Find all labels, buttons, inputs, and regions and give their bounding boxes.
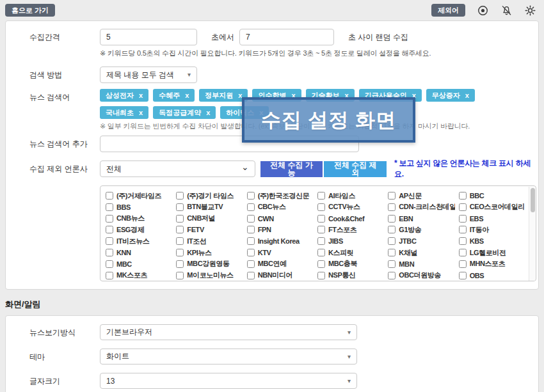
- checkbox-icon[interactable]: [459, 272, 467, 279]
- keyword-remove-x-icon[interactable]: x: [465, 91, 469, 99]
- checkbox-icon[interactable]: [388, 272, 396, 279]
- keyword-tag[interactable]: 정부지원 x: [199, 89, 248, 102]
- media-outlet-item[interactable]: Cook&Chef: [317, 213, 384, 224]
- checkbox-icon[interactable]: [106, 226, 113, 233]
- checkbox-icon[interactable]: [317, 237, 325, 245]
- font-size-select[interactable]: 13: [100, 373, 357, 389]
- checkbox-icon[interactable]: [459, 192, 467, 200]
- media-outlet-item[interactable]: CBC뉴스: [247, 201, 314, 213]
- keyword-remove-x-icon[interactable]: x: [185, 91, 189, 99]
- interval-to-input[interactable]: [239, 29, 334, 45]
- keyword-remove-x-icon[interactable]: x: [139, 91, 143, 99]
- home-button[interactable]: 홈으로 가기: [5, 4, 55, 17]
- media-outlet-item[interactable]: KPI뉴스: [176, 247, 243, 258]
- media-outlet-item[interactable]: KTV: [247, 247, 314, 258]
- media-outlet-item[interactable]: IT조선: [176, 235, 243, 247]
- exclude-words-button[interactable]: 제외어: [431, 4, 465, 17]
- media-outlet-item[interactable]: MBN: [388, 258, 454, 270]
- checkbox-icon[interactable]: [247, 203, 255, 211]
- media-outlet-item[interactable]: (주)경기 타임스: [176, 190, 243, 201]
- enable-all-button[interactable]: 전체 수집 가능: [260, 161, 323, 177]
- media-outlet-item[interactable]: CEO스코어데일리: [459, 201, 525, 213]
- checkbox-icon[interactable]: [106, 272, 113, 279]
- checkbox-icon[interactable]: [388, 237, 396, 245]
- checkbox-icon[interactable]: [317, 249, 325, 256]
- checkbox-icon[interactable]: [317, 272, 325, 279]
- checkbox-icon[interactable]: [247, 192, 255, 200]
- checkbox-icon[interactable]: [388, 203, 396, 211]
- checkbox-icon[interactable]: [459, 215, 467, 223]
- media-outlet-item[interactable]: EBS: [459, 213, 525, 224]
- media-outlet-item[interactable]: MHN스포츠: [459, 258, 525, 270]
- checkbox-icon[interactable]: [459, 260, 467, 268]
- checkbox-icon[interactable]: [317, 226, 325, 233]
- media-outlet-item[interactable]: BBC: [459, 190, 525, 201]
- checkbox-icon[interactable]: [106, 260, 113, 268]
- keyword-remove-x-icon[interactable]: x: [206, 109, 210, 116]
- media-outlet-item[interactable]: NBN미디어: [247, 270, 314, 281]
- media-outlet-item[interactable]: MK스포츠: [106, 270, 172, 281]
- checkbox-icon[interactable]: [106, 249, 113, 256]
- media-outlet-item[interactable]: (주)거제타임즈: [106, 190, 172, 201]
- media-outlet-item[interactable]: FPN: [247, 224, 314, 236]
- interval-from-input[interactable]: [100, 29, 197, 45]
- checkbox-icon[interactable]: [106, 192, 113, 200]
- checkbox-icon[interactable]: [459, 249, 467, 256]
- checkbox-icon[interactable]: [106, 237, 113, 245]
- media-outlet-item[interactable]: LG헬로비전: [459, 247, 525, 258]
- exclude-all-button[interactable]: 전체 수집 제외: [324, 161, 387, 177]
- checkbox-icon[interactable]: [247, 272, 255, 279]
- media-outlet-item[interactable]: CNB저널: [176, 213, 243, 224]
- checkbox-icon[interactable]: [247, 215, 255, 223]
- keyword-tag[interactable]: 무상증자 x: [426, 89, 475, 102]
- checkbox-icon[interactable]: [388, 192, 396, 200]
- media-outlet-item[interactable]: BTN불교TV: [176, 201, 243, 213]
- media-outlet-item[interactable]: MBC: [106, 258, 172, 270]
- keyword-tag[interactable]: 수혜주 x: [153, 89, 195, 102]
- media-outlet-item[interactable]: ESG경제: [106, 224, 172, 236]
- checkbox-icon[interactable]: [176, 237, 184, 245]
- media-outlet-item[interactable]: CDN-크리스천데일리: [388, 201, 454, 213]
- exclude-media-select[interactable]: 전체: [100, 161, 255, 177]
- checkbox-icon[interactable]: [106, 203, 113, 211]
- media-outlet-item[interactable]: FETV: [176, 224, 243, 236]
- scrollbar-thumb[interactable]: [531, 188, 535, 212]
- media-outlet-item[interactable]: KBS: [459, 235, 525, 247]
- media-outlet-item[interactable]: CNB뉴스: [106, 213, 172, 224]
- checkbox-icon[interactable]: [388, 249, 396, 256]
- keyword-tag[interactable]: 국내최초 x: [100, 106, 148, 119]
- media-outlet-item[interactable]: OBS: [459, 270, 525, 281]
- media-outlet-item[interactable]: G1방송: [388, 224, 454, 236]
- checkbox-icon[interactable]: [176, 249, 184, 256]
- checkbox-icon[interactable]: [176, 192, 184, 200]
- keyword-remove-x-icon[interactable]: x: [139, 109, 143, 116]
- checkbox-icon[interactable]: [459, 203, 467, 211]
- media-outlet-item[interactable]: M이코노미뉴스: [176, 270, 243, 281]
- media-outlet-item[interactable]: NSP통신: [317, 270, 384, 281]
- checkbox-icon[interactable]: [317, 215, 325, 223]
- checkbox-icon[interactable]: [106, 215, 113, 223]
- checkbox-icon[interactable]: [388, 260, 396, 268]
- checkbox-icon[interactable]: [459, 237, 467, 245]
- media-outlet-item[interactable]: IT비즈뉴스: [106, 235, 172, 247]
- media-outlet-item[interactable]: MBC강원영동: [176, 258, 243, 270]
- media-outlet-item[interactable]: KNN: [106, 247, 172, 258]
- media-outlet-item[interactable]: Insight Korea: [247, 235, 314, 247]
- media-outlet-item[interactable]: AP신문: [388, 190, 454, 201]
- checkbox-icon[interactable]: [176, 203, 184, 211]
- keyword-tag[interactable]: 독점공급계약 x: [153, 106, 216, 119]
- media-outlet-item[interactable]: CCTV뉴스: [317, 201, 384, 213]
- media-outlet-item[interactable]: FT스포츠: [317, 224, 384, 236]
- media-outlet-item[interactable]: IT동아: [459, 224, 525, 236]
- checkbox-icon[interactable]: [176, 272, 184, 279]
- media-outlet-item[interactable]: K채널: [388, 247, 454, 258]
- media-outlet-item[interactable]: BBS: [106, 201, 172, 213]
- media-outlet-item[interactable]: MBC연예: [247, 258, 314, 270]
- gear-icon[interactable]: [524, 4, 536, 17]
- record-icon[interactable]: [476, 4, 489, 17]
- checkbox-icon[interactable]: [176, 215, 184, 223]
- media-outlet-item[interactable]: CWN: [247, 213, 314, 224]
- checkbox-icon[interactable]: [317, 192, 325, 200]
- bell-off-icon[interactable]: [500, 4, 513, 17]
- checkbox-icon[interactable]: [176, 260, 184, 268]
